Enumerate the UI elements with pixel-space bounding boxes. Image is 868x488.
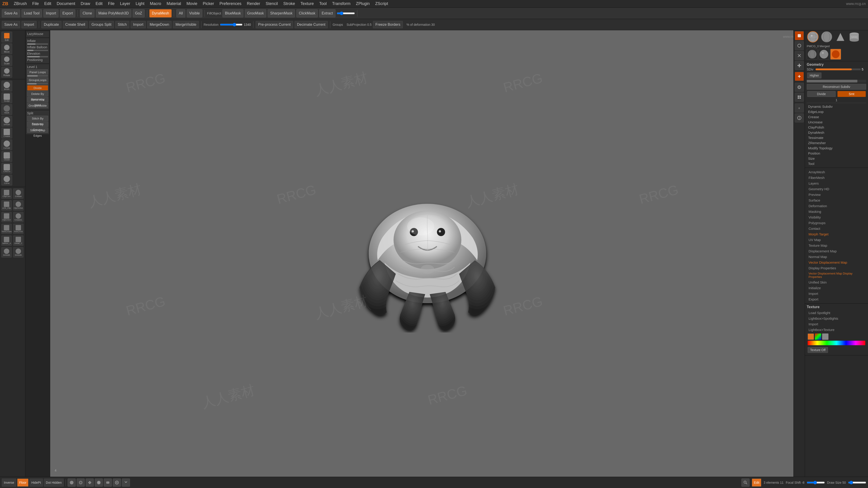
canvas-area[interactable]: RRCG 人人素材 RRCG 人人素材 RRCG 人人素材 RRCG RRCG … bbox=[50, 30, 805, 477]
mesh-preview-small-1[interactable] bbox=[807, 49, 817, 60]
stitch-button[interactable]: Stitch bbox=[115, 21, 129, 28]
menu-item-light[interactable]: Light bbox=[135, 1, 145, 6]
import-rs-item[interactable]: Import bbox=[807, 291, 866, 296]
tool-btn-brush[interactable]: Brush bbox=[1, 80, 12, 92]
groups-loops-btn[interactable]: GroupsLoops bbox=[27, 77, 48, 83]
uncrease-item[interactable]: Uncrease bbox=[807, 120, 866, 125]
arraymesh-item[interactable]: ArrayMesh bbox=[807, 169, 866, 175]
bb-icon-2[interactable] bbox=[76, 479, 85, 487]
save-as-tb3-button[interactable]: Save As bbox=[2, 21, 20, 28]
inverse-btn[interactable]: Inverse bbox=[2, 479, 16, 487]
panel-loops-btn[interactable]: Panel Loops bbox=[27, 69, 48, 75]
sharpenmask-button[interactable]: SharpenMask bbox=[268, 9, 295, 18]
menu-item-texture[interactable]: Texture bbox=[301, 1, 314, 6]
polygroups-item[interactable]: Polygroups bbox=[807, 220, 866, 226]
bb-icon-standard[interactable] bbox=[95, 479, 103, 487]
bb-icon-1[interactable] bbox=[68, 479, 76, 487]
goz-button[interactable]: GoZ bbox=[133, 9, 145, 18]
tool-btn-edit[interactable]: Edit bbox=[1, 32, 12, 42]
rti-btn-5[interactable] bbox=[795, 72, 804, 81]
divide-btn-lp[interactable]: Divide bbox=[27, 85, 48, 91]
detail-c-btn[interactable]: Detail_C bbox=[13, 235, 24, 246]
unified-skin-item[interactable]: Unified Skin bbox=[807, 280, 866, 285]
menu-item-zplugin[interactable]: ZPlugin bbox=[356, 1, 370, 6]
menu-item-tool[interactable]: Tool bbox=[319, 1, 327, 6]
size-item[interactable]: Size bbox=[807, 156, 866, 161]
bluemask-button[interactable]: BlueMask bbox=[222, 9, 243, 18]
bb-icon-move[interactable] bbox=[86, 479, 94, 487]
swatch-orange[interactable] bbox=[808, 333, 814, 340]
groomask-button[interactable]: GrooMask bbox=[245, 9, 267, 18]
lightbox-spotlights-item[interactable]: Lightbox>Spotlights bbox=[807, 316, 866, 321]
rti-orange-btn-1[interactable] bbox=[795, 31, 804, 40]
crease-item[interactable]: Crease bbox=[807, 114, 866, 120]
zremesher-item[interactable]: ZRemesher bbox=[807, 140, 866, 145]
fix-mesh-button[interactable]: Import bbox=[131, 21, 146, 28]
menu-item-file[interactable]: File bbox=[32, 1, 39, 6]
stitch-features-btn[interactable]: Stitch By Features bbox=[27, 116, 48, 121]
menu-item-layer[interactable]: Layer bbox=[120, 1, 130, 6]
texture-off-btn[interactable]: Texture Off bbox=[808, 347, 828, 353]
crease-small-btn[interactable]: Crease bbox=[13, 188, 24, 199]
modify-topology-item[interactable]: Modify Topology bbox=[807, 145, 866, 151]
menu-item-edit[interactable]: Edit bbox=[44, 1, 51, 6]
clipcurvecreate-btn[interactable]: ClpCrvCr bbox=[1, 212, 12, 222]
smooth2-btn[interactable]: Smooth bbox=[13, 247, 24, 258]
menu-item-zscript[interactable]: ZScript bbox=[375, 1, 388, 6]
smooth-btn[interactable]: Smooth bbox=[1, 247, 12, 258]
tool-btn-rotate[interactable]: Rotate bbox=[1, 67, 12, 78]
tool-btn-curves2[interactable]: Curve bbox=[1, 175, 12, 186]
menu-item-edit2[interactable]: Edit bbox=[96, 1, 103, 6]
edit-mode-btn[interactable]: Edit bbox=[752, 479, 761, 487]
tool-btn-mask[interactable]: Mask bbox=[1, 104, 12, 115]
dot-hidden-btn[interactable]: Dot Hidden bbox=[44, 479, 64, 487]
menu-item-transform[interactable]: Transform bbox=[332, 1, 350, 6]
mesh-preview-2[interactable] bbox=[820, 31, 833, 43]
rti-btn-3[interactable] bbox=[795, 51, 804, 60]
tool-item-rs[interactable]: Tool bbox=[807, 161, 866, 166]
export-rs-item[interactable]: Export bbox=[807, 296, 866, 302]
save-as-button[interactable]: Save As bbox=[2, 9, 20, 18]
backface-mask-btn[interactable]: Floor bbox=[17, 479, 29, 487]
higher-btn[interactable]: Higher bbox=[807, 72, 822, 78]
clipcirclesim-btn[interactable]: ClpCrcSm bbox=[13, 200, 24, 210]
geometryhd-item[interactable]: Geometry HD bbox=[807, 186, 866, 192]
thickness-slider[interactable] bbox=[337, 11, 355, 15]
les-clip-btn[interactable]: LES_Clip bbox=[1, 200, 12, 210]
dynamesh-item[interactable]: DynaMesh bbox=[807, 130, 866, 135]
reconstruct-subdiv-btn[interactable]: Reconstruct Subdiv bbox=[807, 84, 866, 90]
clone-button[interactable]: Clone bbox=[80, 9, 94, 18]
bb-icon-inflate[interactable] bbox=[113, 479, 121, 487]
trimcurv-sim-btn[interactable]: TrimCrvSi bbox=[13, 224, 24, 234]
tool-btn-curvature[interactable]: Curvatr bbox=[1, 139, 12, 150]
mirror-weld-btn[interactable]: Mirror And Weld bbox=[27, 97, 48, 102]
menu-item-preferences[interactable]: Preferences bbox=[219, 1, 241, 6]
display-properties-item[interactable]: Display Properties bbox=[807, 265, 866, 271]
menu-item-movie[interactable]: Movie bbox=[186, 1, 197, 6]
swatch-gray[interactable] bbox=[822, 333, 829, 340]
bb-icon-magnify[interactable] bbox=[741, 479, 749, 487]
deformation-item[interactable]: Deformation bbox=[807, 203, 866, 209]
inflate-slider[interactable] bbox=[27, 43, 48, 45]
import-button[interactable]: Import bbox=[43, 9, 59, 18]
bb-icon-pinch[interactable] bbox=[122, 479, 130, 487]
menu-item-stroke[interactable]: Stroke bbox=[283, 1, 295, 6]
initialize-item[interactable]: Initialize bbox=[807, 285, 866, 291]
clickmask-button[interactable]: ClickMask bbox=[296, 9, 318, 18]
menu-item-picker[interactable]: Picker bbox=[203, 1, 214, 6]
morph-target-item[interactable]: Morph Target bbox=[807, 231, 866, 237]
tool-btn-move[interactable]: Move bbox=[1, 43, 12, 54]
duplicate-button[interactable]: Duplicate bbox=[41, 21, 61, 28]
trimcurv-smooth-btn[interactable]: TrimCrvSm bbox=[1, 224, 12, 234]
mesh-preview-1[interactable] bbox=[807, 31, 819, 43]
contact-item[interactable]: Contact bbox=[807, 226, 866, 231]
rti-btn-7[interactable] bbox=[795, 93, 804, 102]
menu-item-render[interactable]: Render bbox=[247, 1, 260, 6]
position-item[interactable]: Position bbox=[807, 151, 866, 156]
tool-btn-crease[interactable]: Crease bbox=[1, 128, 12, 138]
focal-shift-slider[interactable] bbox=[807, 481, 825, 484]
merge-down-button[interactable]: MergeDown bbox=[147, 21, 172, 28]
clipcurve-btn[interactable]: ClipCurv bbox=[1, 188, 12, 199]
visible-button[interactable]: Visible bbox=[187, 9, 202, 18]
delete-symmetry-btn[interactable]: Delete By Symmetry bbox=[27, 91, 48, 96]
